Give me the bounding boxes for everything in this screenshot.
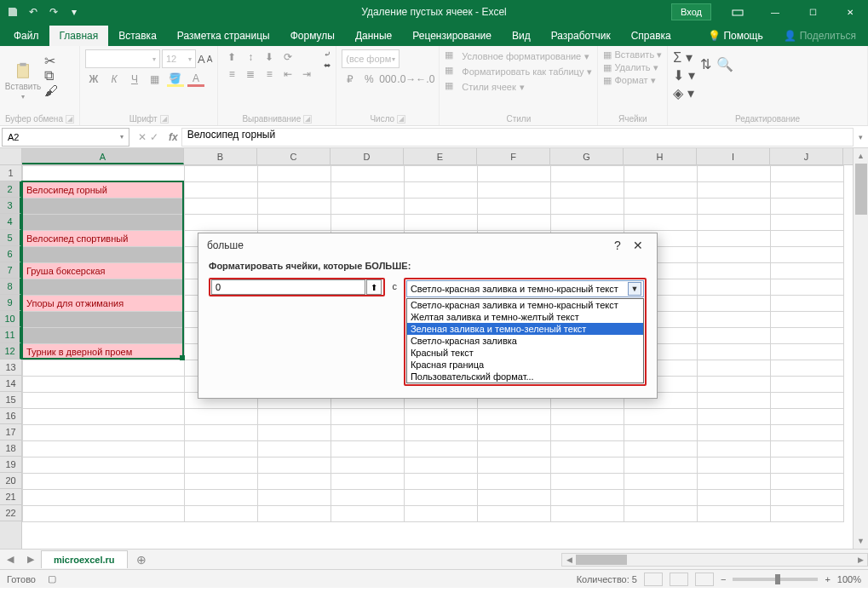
combo-option[interactable]: Светло-красная заливка <box>407 335 643 347</box>
cell[interactable] <box>478 458 551 474</box>
combo-option[interactable]: Желтая заливка и темно-желтый текст <box>407 311 643 323</box>
decrease-font-icon[interactable]: A <box>207 55 213 64</box>
cell[interactable] <box>551 458 624 474</box>
cell[interactable] <box>698 263 771 279</box>
cell[interactable] <box>771 312 844 328</box>
inc-decimal-icon[interactable]: .0→ <box>398 72 415 87</box>
combo-option[interactable]: Зеленая заливка и темно-зеленый текст <box>407 323 643 335</box>
cell[interactable] <box>405 425 478 441</box>
row-header[interactable]: 19 <box>0 457 21 473</box>
border-icon[interactable]: ▦ <box>147 72 164 87</box>
number-dialog-icon[interactable]: ◢ <box>397 115 405 124</box>
cell[interactable] <box>331 425 405 441</box>
cell[interactable] <box>258 409 331 425</box>
cell[interactable] <box>331 409 405 425</box>
cell[interactable] <box>331 182 405 199</box>
cell[interactable] <box>771 328 844 344</box>
format-combo-list[interactable]: Светло-красная заливка и темно-красный т… <box>406 298 644 383</box>
row-header[interactable]: 2 <box>0 181 21 198</box>
cell[interactable] <box>478 490 551 506</box>
cell[interactable] <box>771 182 844 199</box>
zoom-slider[interactable] <box>733 578 818 581</box>
cell[interactable] <box>23 279 185 296</box>
increase-font-icon[interactable]: A <box>198 53 205 66</box>
row-header[interactable]: 10 <box>0 311 21 327</box>
vertical-scrollbar[interactable]: ▲ ▼ <box>853 148 868 549</box>
cell[interactable] <box>23 199 185 215</box>
cell[interactable] <box>771 441 844 458</box>
tab-file[interactable]: Файл <box>3 26 49 46</box>
column-header[interactable]: C <box>257 148 331 164</box>
copy-icon[interactable]: ⧉ <box>44 68 60 82</box>
cell[interactable] <box>405 409 478 425</box>
cell[interactable] <box>698 328 771 344</box>
cell[interactable] <box>624 425 698 441</box>
delete-cells-button[interactable]: ▦ Удалить ▾ <box>603 62 662 73</box>
cell[interactable] <box>23 490 185 506</box>
cell[interactable] <box>478 441 551 458</box>
cell[interactable] <box>23 441 185 458</box>
cell[interactable] <box>624 474 698 490</box>
find-select-icon[interactable]: 🔍 <box>716 56 733 101</box>
cell[interactable] <box>624 199 698 215</box>
range-selector-icon[interactable]: ⬆ <box>366 279 382 295</box>
cell[interactable] <box>478 425 551 441</box>
macro-record-icon[interactable]: ▢ <box>48 573 56 584</box>
tab-formulas[interactable]: Формулы <box>280 26 345 46</box>
maximize-icon[interactable]: ☐ <box>795 0 831 24</box>
font-name-selector[interactable]: ▾ <box>85 49 160 68</box>
share-button[interactable]: 👤 Поделиться <box>775 26 865 46</box>
column-header[interactable]: E <box>404 148 477 164</box>
scroll-down-icon[interactable]: ▼ <box>854 533 868 549</box>
currency-icon[interactable]: ₽ <box>342 72 359 87</box>
cell[interactable] <box>185 474 258 490</box>
cell[interactable] <box>23 425 185 441</box>
cell[interactable] <box>258 506 331 522</box>
row-header[interactable]: 6 <box>0 246 21 262</box>
column-header[interactable]: A <box>22 148 184 164</box>
cell[interactable] <box>23 166 185 182</box>
cell[interactable] <box>478 182 551 199</box>
cell[interactable] <box>771 344 844 360</box>
value-input[interactable] <box>211 279 365 295</box>
cell[interactable] <box>551 474 624 490</box>
cell[interactable] <box>23 474 185 490</box>
cell[interactable] <box>185 409 258 425</box>
scroll-thumb[interactable] <box>855 164 867 215</box>
cell[interactable] <box>698 199 771 215</box>
sheet-tab[interactable]: microexcel.ru <box>41 550 128 568</box>
tab-help[interactable]: Справка <box>621 26 681 46</box>
tab-developer[interactable]: Разработчик <box>541 26 621 46</box>
cell[interactable] <box>185 506 258 522</box>
cell[interactable] <box>185 215 258 231</box>
cell[interactable] <box>258 425 331 441</box>
cell[interactable]: Упоры для отжимания <box>23 296 185 312</box>
scroll-up-icon[interactable]: ▲ <box>854 148 868 164</box>
minimize-icon[interactable]: — <box>757 0 793 24</box>
cell[interactable] <box>771 279 844 296</box>
clear-icon[interactable]: ◈ ▾ <box>673 85 694 101</box>
cell[interactable] <box>478 506 551 522</box>
cut-icon[interactable]: ✂ <box>44 53 60 66</box>
cell-styles-button[interactable]: ▦Стили ячеек ▾ <box>445 80 592 94</box>
cell[interactable] <box>331 441 405 458</box>
cell[interactable] <box>771 458 844 474</box>
combo-option[interactable]: Пользовательский формат... <box>407 371 643 383</box>
cell[interactable] <box>624 506 698 522</box>
cell[interactable] <box>698 393 771 409</box>
hscroll-left-icon[interactable]: ◀ <box>562 554 576 566</box>
cell[interactable] <box>771 199 844 215</box>
cell[interactable] <box>698 312 771 328</box>
row-header[interactable]: 21 <box>0 489 21 505</box>
cell[interactable] <box>771 263 844 279</box>
cell[interactable] <box>551 182 624 199</box>
cell[interactable] <box>258 199 331 215</box>
row-headers[interactable]: 12345678910111213141516171819202122 <box>0 165 22 549</box>
dec-decimal-icon[interactable]: ←.0 <box>417 72 434 87</box>
cell[interactable] <box>698 441 771 458</box>
cell[interactable] <box>23 458 185 474</box>
redo-icon[interactable]: ↷ <box>46 4 61 20</box>
cell[interactable] <box>405 506 478 522</box>
ribbon-options-icon[interactable] <box>720 0 756 24</box>
cell[interactable] <box>185 166 258 182</box>
